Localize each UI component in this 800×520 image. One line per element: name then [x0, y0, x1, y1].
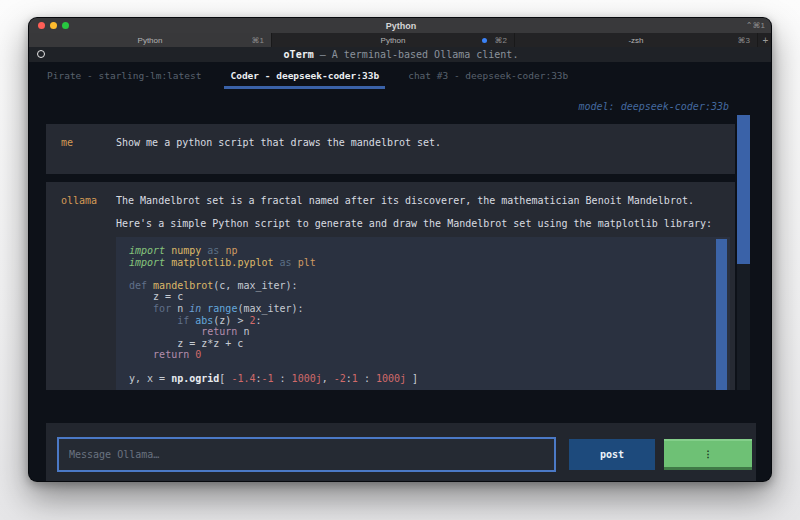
message-author: ollama [46, 182, 116, 390]
code-token: import [129, 257, 165, 268]
terminal-tab-python-2[interactable]: Python ⌘2 [272, 33, 515, 47]
code-token: [ [219, 373, 231, 384]
code-token: , [322, 373, 334, 384]
code-token: in [189, 303, 201, 314]
code-token: -2 [334, 373, 346, 384]
code-token: 0 [195, 349, 201, 360]
code-token: if [177, 315, 189, 326]
new-tab-button[interactable]: + [758, 33, 772, 47]
code-token [129, 349, 153, 360]
code-scrollbar[interactable] [716, 239, 727, 390]
code-token [129, 315, 177, 326]
code-line: z = z*z + c [129, 338, 730, 350]
code-token: -1 [262, 373, 274, 384]
oterm-logo-icon [37, 50, 45, 58]
message-paragraph: The Mandelbrot set is a fractal named af… [116, 195, 730, 206]
code-token: as [207, 245, 219, 256]
message-input[interactable] [57, 437, 556, 472]
terminal-tab-shortcut: ⌘2 [495, 36, 507, 45]
chat-scrollbar-thumb[interactable] [737, 115, 750, 264]
chat-tabs: Pirate - starling-lm:latest Coder - deep… [41, 66, 574, 89]
code-token: mandelbrot [153, 280, 213, 291]
code-token: : [358, 373, 376, 384]
code-token: 1000j [292, 373, 322, 384]
send-menu-button[interactable]: ⋮ [664, 439, 752, 470]
message-body: The Mandelbrot set is a fractal named af… [116, 182, 730, 390]
code-token: np.ogrid [171, 373, 219, 384]
code-token: z = c [129, 291, 183, 302]
terminal-tabbar: Python ⌘1 Python ⌘2 -zsh ⌘3 + [29, 33, 772, 47]
code-line: def mandelbrot(c, max_iter): [129, 280, 730, 292]
chat-message-me: me Show me a python script that draws th… [46, 124, 735, 174]
window-title: Python [29, 21, 772, 31]
code-token: np [225, 245, 237, 256]
code-token: as [280, 257, 292, 268]
code-token: n [237, 326, 249, 337]
code-line: return 0 [129, 349, 730, 361]
terminal-tab-label: Python [138, 36, 163, 45]
code-token: matplotlib.pyplot [171, 257, 273, 268]
window-shortcut: ⌃⌘1 [746, 21, 765, 30]
chat-message-ollama: ollama The Mandelbrot set is a fractal n… [46, 182, 735, 390]
code-token [129, 303, 153, 314]
terminal-tab-label: -zsh [628, 36, 643, 45]
code-token: : [255, 315, 261, 326]
code-token: (z) > [213, 315, 249, 326]
post-button[interactable]: post [569, 439, 655, 470]
terminal-tab-zsh[interactable]: -zsh ⌘3 [515, 33, 758, 47]
message-author: me [46, 124, 116, 174]
oterm-title-name: oTerm [284, 49, 314, 60]
code-line: y, x = np.ogrid[ -1.4:-1 : 1000j, -2:1 :… [129, 373, 730, 385]
terminal-tab-shortcut: ⌘3 [738, 36, 750, 45]
code-line: return n [129, 326, 730, 338]
code-line: for n in range(max_iter): [129, 303, 730, 315]
oterm-header: oTerm — A terminal-based Ollama client. [29, 47, 772, 62]
code-token: plt [298, 257, 316, 268]
code-token: : [274, 373, 292, 384]
code-lines: import numpy as npimport matplotlib.pypl… [129, 245, 730, 384]
code-token: (max_iter): [237, 303, 303, 314]
terminal-tab-shortcut: ⌘1 [252, 36, 264, 45]
chat-scrollbar[interactable] [737, 115, 750, 390]
code-line [129, 268, 730, 280]
chat-area: me Show me a python script that draws th… [46, 115, 735, 390]
code-token: n [171, 303, 189, 314]
window-titlebar[interactable]: Python ⌃⌘1 [29, 18, 772, 33]
code-token: ] [406, 373, 418, 384]
message-paragraph: Here's a simple Python script to generat… [116, 218, 730, 229]
code-token: y, x = [129, 373, 171, 384]
code-token: import [129, 245, 165, 256]
chat-tab-pirate[interactable]: Pirate - starling-lm:latest [41, 66, 207, 89]
code-token: for [153, 303, 171, 314]
code-token [129, 326, 201, 337]
code-line: import matplotlib.pyplot as plt [129, 257, 730, 269]
unread-dot-icon [482, 38, 487, 43]
code-block: import numpy as npimport matplotlib.pypl… [116, 237, 730, 390]
code-token: numpy [171, 245, 201, 256]
code-token: range [207, 303, 237, 314]
code-line [129, 361, 730, 373]
message-input-panel: post ⋮ [46, 423, 756, 482]
code-token: z = z*z + c [129, 338, 243, 349]
terminal-window: Python ⌃⌘1 Python ⌘1 Python ⌘2 -zsh ⌘3 +… [28, 17, 772, 482]
code-token: return [201, 326, 237, 337]
oterm-title: oTerm — A terminal-based Ollama client. [29, 49, 772, 60]
code-token: abs [195, 315, 213, 326]
chat-tab-3[interactable]: chat #3 - deepseek-coder:33b [402, 66, 574, 89]
oterm-app: oTerm — A terminal-based Ollama client. … [29, 47, 772, 482]
code-token: -1.4 [231, 373, 255, 384]
code-token: return [153, 349, 189, 360]
code-token: 1000j [376, 373, 406, 384]
code-line: import numpy as np [129, 245, 730, 257]
code-line: z = c [129, 291, 730, 303]
chat-tab-coder[interactable]: Coder - deepseek-coder:33b [224, 66, 385, 89]
code-token: def [129, 280, 147, 291]
model-label: model: deepseek-coder:33b [578, 101, 729, 112]
code-line: if abs(z) > 2: [129, 315, 730, 327]
message-text: Show me a python script that draws the m… [116, 124, 730, 174]
terminal-tab-label: Python [381, 36, 406, 45]
terminal-tab-python-1[interactable]: Python ⌘1 [29, 33, 272, 47]
code-token: (c, max_iter): [213, 280, 297, 291]
oterm-title-tagline: — A terminal-based Ollama client. [314, 49, 519, 60]
